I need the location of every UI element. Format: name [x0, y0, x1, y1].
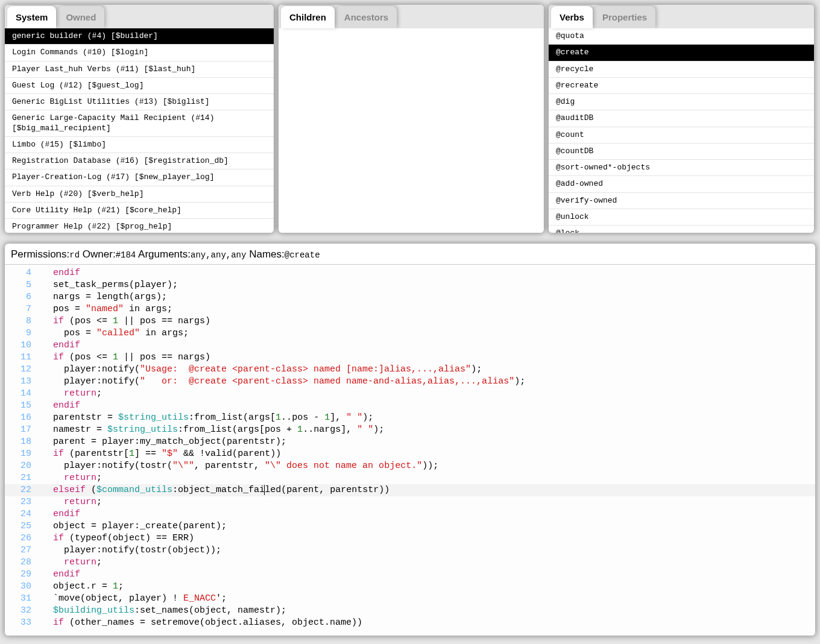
objects-tab-system[interactable]: System	[7, 6, 56, 28]
list-item[interactable]: @sort-owned*-objects	[549, 160, 814, 176]
code-line[interactable]: 7 pos = "named" in args;	[5, 303, 815, 315]
code-content[interactable]: if (pos <= 1 || pos == nargs)	[42, 352, 815, 364]
code-line[interactable]: 13 player:notify(" or: @create <parent-c…	[5, 376, 815, 388]
list-item[interactable]: @count	[549, 127, 814, 144]
code-line[interactable]: 8 if (pos <= 1 || pos == nargs)	[5, 315, 815, 327]
code-content[interactable]: if (other_names = setremove(object.alias…	[42, 617, 815, 629]
code-line[interactable]: 19 if (parentstr[1] == "$" && !valid(par…	[5, 448, 815, 460]
code-content[interactable]: endif	[42, 339, 815, 352]
code-line[interactable]: 9 pos = "called" in args;	[5, 327, 815, 339]
list-item[interactable]: @recreate	[549, 78, 814, 94]
code-content[interactable]: player:notify("Usage: @create <parent-cl…	[42, 364, 815, 376]
members-panel: VerbsProperties @quota@create@recycle@re…	[549, 5, 814, 233]
list-item[interactable]: @lock	[549, 226, 814, 233]
code-content[interactable]: if (typeof(object) == ERR)	[42, 532, 815, 545]
members-list[interactable]: @quota@create@recycle@recreate@dig@audit…	[549, 28, 814, 233]
line-number: 26	[5, 532, 42, 545]
code-content[interactable]: endif	[42, 267, 815, 279]
line-number: 32	[5, 605, 42, 617]
code-content[interactable]: namestr = $string_utils:from_list(args[p…	[42, 424, 815, 436]
code-content[interactable]: pos = "named" in args;	[42, 303, 815, 315]
code-content[interactable]: return;	[42, 388, 815, 400]
code-line[interactable]: 32 $building_utils:set_names(object, nam…	[5, 605, 815, 617]
list-item[interactable]: Generic BigList Utilities (#13) [$biglis…	[5, 94, 274, 110]
code-line[interactable]: 17 namestr = $string_utils:from_list(arg…	[5, 424, 815, 436]
code-line[interactable]: 29 endif	[5, 569, 815, 581]
list-item[interactable]: Registration Database (#16) [$registrati…	[5, 153, 274, 169]
relations-list[interactable]	[279, 28, 544, 233]
code-content[interactable]: return;	[42, 496, 815, 508]
owner-value: #184	[116, 250, 136, 260]
list-item[interactable]: Guest Log (#12) [$guest_log]	[5, 78, 274, 94]
code-content[interactable]: elseif ($command_utils:object_match_fail…	[42, 484, 815, 496]
code-content[interactable]: object = player:_create(parent);	[42, 520, 815, 532]
code-line[interactable]: 33 if (other_names = setremove(object.al…	[5, 617, 815, 629]
list-item[interactable]: generic builder (#4) [$builder]	[5, 28, 274, 45]
code-content[interactable]: player:notify(" or: @create <parent-clas…	[42, 376, 815, 388]
list-item[interactable]: @dig	[549, 94, 814, 110]
objects-list[interactable]: generic builder (#4) [$builder]Login Com…	[5, 28, 274, 233]
members-tab-verbs[interactable]: Verbs	[551, 6, 593, 28]
code-line[interactable]: 18 parent = player:my_match_object(paren…	[5, 436, 815, 448]
list-item[interactable]: Verb Help (#20) [$verb_help]	[5, 186, 274, 203]
code-content[interactable]: if (parentstr[1] == "$" && !valid(parent…	[42, 448, 815, 460]
code-line[interactable]: 15 endif	[5, 400, 815, 412]
owner-label: Owner:	[83, 248, 116, 260]
code-content[interactable]: object.r = 1;	[42, 581, 815, 593]
list-item[interactable]: @quota	[549, 28, 814, 45]
list-item[interactable]: Core Utility Help (#21) [$core_help]	[5, 203, 274, 219]
code-content[interactable]: nargs = length(args);	[42, 291, 815, 303]
code-content[interactable]: $building_utils:set_names(object, namest…	[42, 605, 815, 617]
code-line[interactable]: 20 player:notify(tostr("\"", parentstr, …	[5, 460, 815, 472]
code-line[interactable]: 4 endif	[5, 267, 815, 279]
code-line[interactable]: 21 return;	[5, 472, 815, 484]
list-item[interactable]: @recycle	[549, 62, 814, 78]
code-content[interactable]: parentstr = $string_utils:from_list(args…	[42, 412, 815, 424]
list-item[interactable]: Programmer Help (#22) [$prog_help]	[5, 219, 274, 233]
code-content[interactable]: endif	[42, 569, 815, 581]
code-line[interactable]: 25 object = player:_create(parent);	[5, 520, 815, 532]
list-item[interactable]: Login Commands (#10) [$login]	[5, 45, 274, 61]
code-content[interactable]: player:notify(tostr("\"", parentstr, "\"…	[42, 460, 815, 472]
code-editor[interactable]: 4 endif5 set_task_perms(player);6 nargs …	[5, 265, 815, 636]
code-line[interactable]: 30 object.r = 1;	[5, 581, 815, 593]
code-line[interactable]: 11 if (pos <= 1 || pos == nargs)	[5, 352, 815, 364]
code-content[interactable]: pos = "called" in args;	[42, 327, 815, 339]
list-item[interactable]: @create	[549, 45, 814, 61]
code-line[interactable]: 24 endif	[5, 508, 815, 520]
code-line[interactable]: 10 endif	[5, 339, 815, 352]
list-item[interactable]: Player-Creation-Log (#17) [$new_player_l…	[5, 169, 274, 186]
code-line[interactable]: 22 elseif ($command_utils:object_match_f…	[5, 484, 815, 496]
list-item[interactable]: Limbo (#15) [$limbo]	[5, 137, 274, 153]
code-line[interactable]: 12 player:notify("Usage: @create <parent…	[5, 364, 815, 376]
code-content[interactable]: endif	[42, 400, 815, 412]
list-item[interactable]: @add-owned	[549, 176, 814, 192]
code-line[interactable]: 27 player:notify(tostr(object));	[5, 545, 815, 557]
code-line[interactable]: 23 return;	[5, 496, 815, 508]
list-item[interactable]: @countDB	[549, 144, 814, 160]
code-line[interactable]: 6 nargs = length(args);	[5, 291, 815, 303]
code-line[interactable]: 31 `move(object, player) ! E_NACC';	[5, 593, 815, 605]
list-item[interactable]: Player Last_huh Verbs (#11) [$last_huh]	[5, 62, 274, 78]
code-line[interactable]: 16 parentstr = $string_utils:from_list(a…	[5, 412, 815, 424]
code-line[interactable]: 14 return;	[5, 388, 815, 400]
list-item[interactable]: @auditDB	[549, 110, 814, 127]
code-line[interactable]: 28 return;	[5, 557, 815, 569]
code-line[interactable]: 26 if (typeof(object) == ERR)	[5, 532, 815, 545]
list-item[interactable]: @verify-owned	[549, 193, 814, 209]
code-content[interactable]: endif	[42, 508, 815, 520]
code-content[interactable]: return;	[42, 472, 815, 484]
code-content[interactable]: `move(object, player) ! E_NACC';	[42, 593, 815, 605]
objects-tab-owned[interactable]: Owned	[57, 6, 104, 28]
code-content[interactable]: if (pos <= 1 || pos == nargs)	[42, 315, 815, 327]
code-content[interactable]: set_task_perms(player);	[42, 279, 815, 291]
code-content[interactable]: parent = player:my_match_object(parentst…	[42, 436, 815, 448]
relations-tab-children[interactable]: Children	[281, 6, 335, 28]
code-line[interactable]: 5 set_task_perms(player);	[5, 279, 815, 291]
code-content[interactable]: player:notify(tostr(object));	[42, 545, 815, 557]
relations-tab-ancestors[interactable]: Ancestors	[336, 6, 397, 28]
list-item[interactable]: @unlock	[549, 209, 814, 226]
code-content[interactable]: return;	[42, 557, 815, 569]
list-item[interactable]: Generic Large-Capacity Mail Recipient (#…	[5, 110, 274, 137]
members-tab-properties[interactable]: Properties	[594, 6, 655, 28]
